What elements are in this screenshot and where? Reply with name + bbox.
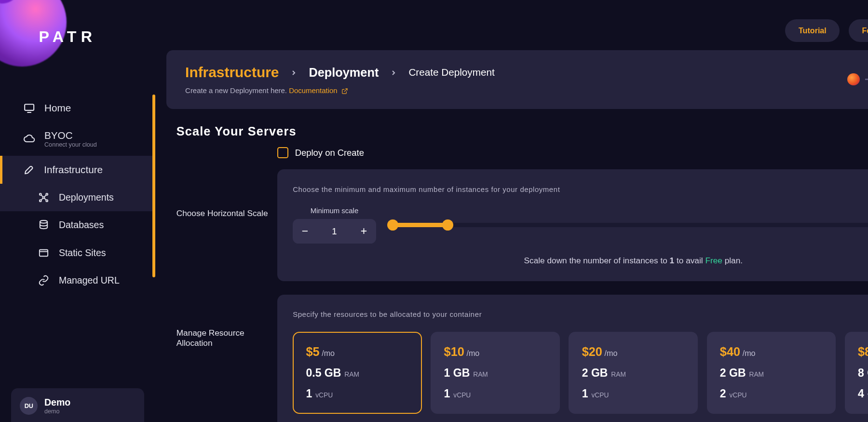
plan-ram: 8 GBRAM	[858, 367, 868, 380]
breadcrumb-mid[interactable]: Deployment	[309, 66, 379, 80]
cloud-icon	[23, 133, 35, 145]
step-indicator	[847, 73, 859, 85]
resource-allocation-card: Specify the resources to be allocated to…	[277, 295, 868, 422]
plan-ram: 2 GBRAM	[582, 367, 685, 380]
breadcrumb-leaf: Create Deployment	[408, 67, 494, 78]
workspace-sub: demo	[44, 408, 70, 415]
sidebar-item-label: BYOC Connect your cloud	[44, 130, 97, 148]
header-subtitle: Create a new Deployment here.	[185, 86, 287, 95]
horizontal-scale-card: Choose the minimum and maximum number of…	[277, 169, 868, 281]
breadcrumb-root[interactable]: Infrastructure	[185, 64, 279, 81]
sidebar-item-label: Deployments	[59, 192, 114, 203]
svg-point-3	[46, 193, 48, 195]
plan-price: $5	[306, 345, 319, 359]
scale-hint: Scale down the number of instances to 1 …	[293, 256, 868, 266]
card-heading: Specify the resources to be allocated to…	[293, 310, 868, 318]
monitor-icon	[23, 102, 35, 114]
plan-card[interactable]: $20/mo2 GBRAM1vCPU	[569, 332, 698, 414]
deploy-on-create-checkbox[interactable]	[277, 147, 288, 158]
sidebar-item-deployments[interactable]: Deployments	[0, 184, 155, 211]
plan-cpu: 1vCPU	[582, 387, 685, 400]
horizontal-scale-label: Choose Horizontal Scale	[166, 169, 277, 218]
plan-period: /mo	[743, 349, 756, 357]
sidebar: Home BYOC Connect your cloud Infrastruct…	[0, 95, 155, 295]
deploy-on-create-label: Deploy on Create	[295, 148, 364, 158]
plan-price: $80	[858, 345, 868, 359]
brand-logo: PATR	[39, 28, 97, 46]
feedback-button[interactable]: Feedback	[849, 19, 868, 42]
section-title: Scale Your Servers	[176, 124, 868, 138]
documentation-link[interactable]: Documentation	[289, 86, 348, 95]
svg-point-1	[43, 196, 45, 198]
svg-rect-0	[25, 104, 34, 110]
breadcrumb: Infrastructure Deployment Create Deploym…	[185, 64, 495, 81]
workspace-card[interactable]: DU Demo demo Credits left: $0	[11, 388, 144, 422]
sidebar-item-label: Managed URL	[59, 275, 120, 286]
plan-price: $10	[444, 345, 464, 359]
sidebar-item-label: Home	[44, 102, 71, 114]
plan-price: $20	[582, 345, 602, 359]
browser-icon	[38, 247, 50, 259]
plan-period: /mo	[605, 349, 618, 357]
sidebar-item-byoc[interactable]: BYOC Connect your cloud	[0, 122, 155, 156]
chevron-right-icon	[290, 66, 298, 80]
min-scale-value: 1	[317, 226, 352, 237]
svg-rect-7	[40, 250, 48, 256]
plan-card[interactable]: $80/mo8 GBRAM4vCPU	[845, 332, 868, 414]
plan-period: /mo	[322, 349, 335, 357]
resource-allocation-label: Manage Resource Allocation	[166, 295, 277, 348]
plan-card[interactable]: $10/mo1 GBRAM1vCPU	[431, 332, 560, 414]
scale-slider[interactable]	[389, 218, 868, 232]
sidebar-item-label: Static Sites	[59, 247, 106, 259]
plan-price: $40	[720, 345, 740, 359]
wizard-progress	[847, 69, 868, 89]
sidebar-item-managed-url[interactable]: Managed URL	[0, 267, 155, 294]
workspace-name: Demo	[44, 397, 70, 408]
slider-min-thumb[interactable]	[387, 219, 398, 231]
link-icon	[38, 274, 50, 286]
plan-card[interactable]: $5/mo0.5 GBRAM1vCPU	[293, 332, 422, 414]
plan-card[interactable]: $40/mo2 GBRAM2vCPU	[707, 332, 836, 414]
svg-point-2	[40, 193, 41, 195]
nodes-icon	[38, 191, 50, 204]
svg-point-4	[40, 200, 41, 202]
sidebar-scrollbar[interactable]	[152, 95, 155, 278]
sidebar-item-label: Infrastructure	[44, 164, 103, 176]
sidebar-item-infrastructure[interactable]: Infrastructure	[0, 156, 155, 183]
workspace-avatar: DU	[20, 397, 38, 415]
plan-ram: 1 GBRAM	[444, 367, 547, 380]
rocket-icon	[23, 163, 35, 176]
min-scale-label: Minimum scale	[311, 206, 359, 215]
plan-cpu: 4vCPU	[858, 387, 868, 400]
plan-ram: 2 GBRAM	[720, 367, 823, 380]
sidebar-item-label: Databases	[59, 219, 104, 231]
database-icon	[38, 219, 50, 231]
plan-cpu: 1vCPU	[444, 387, 547, 400]
svg-point-6	[40, 220, 47, 223]
plan-period: /mo	[466, 349, 479, 357]
page-header: Infrastructure Deployment Create Deploym…	[166, 50, 868, 109]
sidebar-item-home[interactable]: Home	[0, 95, 155, 122]
slider-max-thumb[interactable]	[442, 219, 453, 231]
sidebar-item-static-sites[interactable]: Static Sites	[0, 239, 155, 267]
min-decrement-button[interactable]: −	[293, 219, 317, 244]
plan-ram: 0.5 GBRAM	[306, 367, 408, 380]
card-heading: Choose the minimum and maximum number of…	[293, 185, 868, 193]
svg-point-5	[46, 200, 48, 202]
plan-cpu: 1vCPU	[306, 387, 408, 400]
sidebar-item-databases[interactable]: Databases	[0, 211, 155, 239]
min-scale-stepper: − 1 +	[293, 219, 376, 244]
plan-cpu: 2vCPU	[720, 387, 823, 400]
min-increment-button[interactable]: +	[352, 219, 376, 244]
tutorial-button[interactable]: Tutorial	[785, 19, 840, 42]
chevron-right-icon	[390, 66, 397, 80]
